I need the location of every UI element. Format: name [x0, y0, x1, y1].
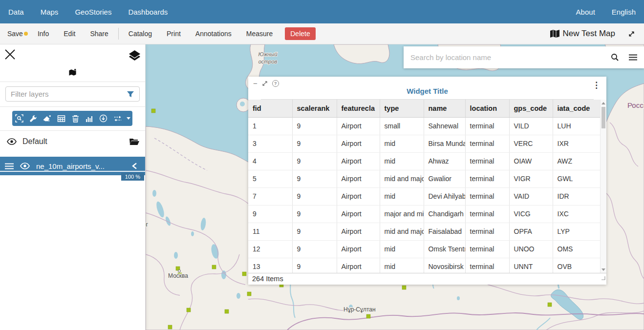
layers-icon[interactable]: [128, 49, 141, 64]
airport-marker[interactable]: [402, 286, 406, 289]
map-label-island-1: Южный: [258, 51, 277, 57]
layer-item-airports[interactable]: ne_10m_airports_v... 100 %: [0, 157, 145, 175]
annotations-button[interactable]: Annotations: [188, 30, 239, 38]
table-row[interactable]: 119Airportmid and majorFaisalabadtermina…: [248, 223, 600, 240]
widget-help-icon[interactable]: ?: [272, 80, 279, 87]
table-cell: OIAW: [509, 152, 553, 170]
info-button[interactable]: Info: [30, 30, 56, 38]
folder-icon[interactable]: [129, 138, 139, 145]
table-row[interactable]: 19AirportsmallSahnewalterminalVILDLUH: [248, 117, 600, 135]
annotations-map-icon[interactable]: [68, 68, 77, 79]
tools-dropdown-caret-icon[interactable]: [125, 111, 132, 126]
column-header-location[interactable]: location: [465, 100, 509, 117]
airport-marker[interactable]: [225, 309, 229, 313]
table-row[interactable]: 99Airportmajor and midChandigarhterminal…: [248, 205, 600, 223]
table-cell: VERC: [509, 135, 553, 152]
table-row[interactable]: 49AirportmidAhwazterminalOIAWAWZ: [248, 152, 600, 170]
airport-marker[interactable]: [247, 292, 251, 296]
table-cell: 13: [248, 258, 292, 273]
collapse-layer-chevron-icon[interactable]: [132, 163, 137, 169]
column-header-name[interactable]: name: [424, 100, 465, 117]
table-cell: terminal: [465, 205, 509, 223]
nav-item-about[interactable]: About: [568, 8, 603, 16]
close-icon[interactable]: [4, 48, 16, 62]
widget-expand-icon[interactable]: [262, 81, 268, 86]
opacity-slider[interactable]: [0, 171, 145, 172]
table-cell: IDR: [553, 187, 600, 205]
table-cell: UNNT: [509, 258, 553, 273]
remove-layer-trash-icon[interactable]: [68, 111, 83, 126]
attribute-table-icon[interactable]: [54, 111, 68, 126]
create-widget-chart-icon[interactable]: [83, 111, 97, 126]
layer-group-default[interactable]: Default: [0, 133, 145, 150]
table-cell: 9: [292, 152, 337, 170]
airport-marker[interactable]: [366, 314, 370, 318]
table-cell: Omsk Tsentralny: [424, 240, 465, 258]
table-row[interactable]: 129AirportmidOmsk TsentralnyterminalUNOO…: [248, 240, 600, 258]
column-header-gps_code[interactable]: gps_code: [509, 100, 553, 117]
toolbar-separator: [118, 28, 119, 40]
column-header-iata_code[interactable]: iata_code: [553, 100, 600, 117]
widget-resize-handle[interactable]: [601, 272, 605, 284]
eye-icon[interactable]: [7, 138, 17, 145]
widget-menu-icon[interactable]: ⋮: [592, 80, 601, 90]
unsaved-changes-badge: [24, 32, 28, 36]
table-widget: − ? Widget Title ⋮ fidscalerankfeaturecl…: [248, 77, 606, 285]
nav-item-english[interactable]: English: [603, 8, 644, 16]
catalog-button[interactable]: Catalog: [121, 30, 159, 38]
airport-marker[interactable]: [212, 265, 216, 269]
table-row[interactable]: 79AirportmidDevi AhilyabaiterminalVAIDID…: [248, 187, 600, 205]
nav-item-dashboards[interactable]: Dashboards: [120, 8, 176, 16]
search-input[interactable]: [404, 53, 606, 62]
table-row[interactable]: 39AirportmidBirsa MundaterminalVERCIXR: [248, 135, 600, 152]
airport-marker[interactable]: [151, 109, 155, 113]
edit-button[interactable]: Edit: [56, 30, 83, 38]
airport-marker[interactable]: [168, 325, 172, 329]
measure-button[interactable]: Measure: [239, 30, 280, 38]
table-cell: Airport: [337, 223, 380, 240]
nav-item-data[interactable]: Data: [0, 8, 32, 16]
table-row[interactable]: 139AirportmidNovosibirskterminalUNNTOVB: [248, 258, 600, 273]
column-header-featurecla[interactable]: featurecla: [337, 100, 380, 117]
layer-settings-wrench-icon[interactable]: [26, 111, 41, 126]
search-icon[interactable]: [606, 53, 624, 62]
table-cell: Chandigarh: [424, 205, 465, 223]
compare-layers-icon[interactable]: [110, 111, 125, 126]
table-cell: 3: [248, 135, 292, 152]
layer-visibility-eye-icon[interactable]: [20, 163, 30, 169]
nav-item-geostories[interactable]: GeoStories: [66, 8, 120, 16]
share-button[interactable]: Share: [83, 30, 115, 38]
table-cell: mid and major: [380, 170, 424, 187]
scrollbar-down-arrow[interactable]: [601, 267, 606, 272]
airport-marker[interactable]: [548, 303, 552, 307]
table-scrollbar[interactable]: [600, 100, 606, 273]
filter-layers-input[interactable]: [5, 86, 140, 102]
fullscreen-icon[interactable]: [628, 30, 635, 38]
table-cell: OPFA: [509, 223, 553, 240]
table-header-row: fidscalerankfeatureclatypenamelocationgp…: [248, 100, 600, 117]
search-menu-icon[interactable]: [624, 54, 644, 61]
layer-tools-section: [0, 107, 145, 131]
scrollbar-up-arrow[interactable]: [601, 100, 606, 106]
nav-item-maps[interactable]: Maps: [32, 8, 67, 16]
column-header-fid[interactable]: fid: [248, 100, 292, 117]
zoom-to-layer-icon[interactable]: [12, 111, 26, 126]
airport-marker[interactable]: [242, 272, 246, 276]
table-row[interactable]: 59Airportmid and majorGwaliorterminalVIG…: [248, 170, 600, 187]
attribute-table: fidscalerankfeatureclatypenamelocationgp…: [248, 100, 601, 273]
filter-layer-eraser-icon[interactable]: [41, 111, 55, 126]
scrollbar-thumb[interactable]: [601, 107, 605, 128]
table-cell: Airport: [337, 152, 380, 170]
drag-handle-icon[interactable]: [5, 163, 14, 169]
column-header-scalerank[interactable]: scalerank: [292, 100, 337, 117]
print-button[interactable]: Print: [159, 30, 188, 38]
delete-button[interactable]: Delete: [285, 27, 315, 40]
table-cell: Devi Ahilyabai: [424, 187, 465, 205]
table-cell: Airport: [337, 205, 380, 223]
export-layer-download-icon[interactable]: [97, 111, 111, 126]
widget-collapse-icon[interactable]: −: [253, 80, 258, 87]
save-button[interactable]: Save: [0, 30, 30, 38]
column-header-type[interactable]: type: [380, 100, 424, 117]
airport-marker[interactable]: [187, 308, 191, 312]
filter-funnel-icon[interactable]: [127, 90, 134, 100]
